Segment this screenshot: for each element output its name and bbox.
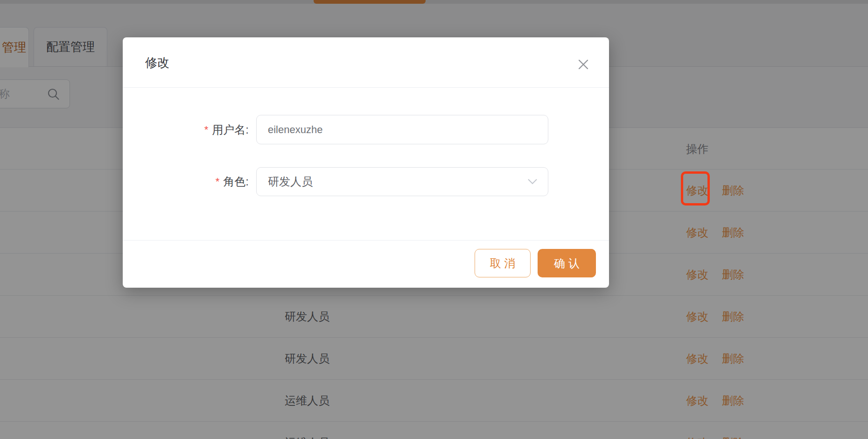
role-select-value: 研发人员 [268,168,313,196]
required-asterisk: * [204,124,209,136]
modal-footer: 取 消 确 认 [123,240,609,288]
annotation-highlight-box [681,171,710,205]
edit-user-modal: 修改 * 用户名: * 角色: 研发人员 [123,37,609,288]
modal-title: 修改 [145,37,169,88]
username-field[interactable] [256,115,548,144]
role-form-row: * 角色: 研发人员 [123,167,609,196]
role-label-text: 角色: [223,174,249,189]
page-root: 管理 配置管理 称 操作 修改 删除 修改 删除 [0,0,868,439]
confirm-button[interactable]: 确 认 [538,249,596,277]
modal-header: 修改 [123,37,609,88]
cancel-button[interactable]: 取 消 [475,249,531,277]
required-asterisk: * [216,176,220,188]
chevron-down-icon [527,178,538,187]
username-label: * 用户名: [151,115,249,144]
role-label: * 角色: [151,167,249,196]
close-icon[interactable] [574,55,593,74]
username-label-text: 用户名: [212,122,249,137]
username-form-row: * 用户名: [123,115,609,144]
role-select[interactable]: 研发人员 [256,167,548,196]
